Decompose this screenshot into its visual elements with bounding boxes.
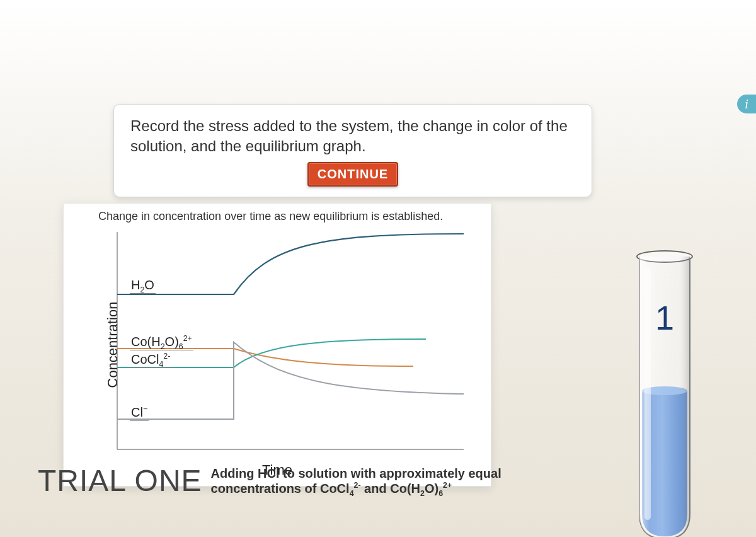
lab-stage: i Record the stress added to the system,… [0,44,756,523]
test-tube[interactable]: 1 [627,249,702,537]
graph-subtitle: Change in concentration over time as new… [64,204,491,227]
test-tube-number: 1 [627,298,702,337]
series-label-cl: Cl− [130,405,149,421]
series-label-cocl4: CoCl42- [130,352,171,368]
trial-title: TRIAL ONE [38,463,202,498]
trial-caption: TRIAL ONE Adding HCl to solution with ap… [38,463,611,498]
equilibrium-graph-card: Change in concentration over time as new… [63,203,491,487]
info-icon[interactable]: i [737,95,756,113]
trial-description: Adding HCl to solution with approximatel… [211,466,501,496]
equilibrium-plot: H2O Co(H2O)62+ CoCl42- Cl− [111,229,476,456]
series-label-cohex: Co(H2O)62+ [130,335,193,350]
series-label-h2o: H2O [130,278,156,294]
continue-button[interactable]: CONTINUE [307,162,398,187]
instruction-card: Record the stress added to the system, t… [113,104,592,197]
instruction-text: Record the stress added to the system, t… [130,116,575,157]
